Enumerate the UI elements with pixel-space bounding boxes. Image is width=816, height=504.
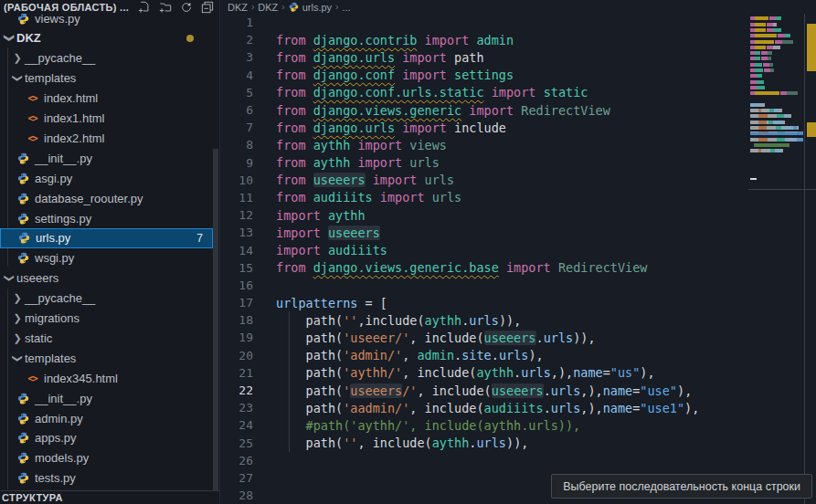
file-item-settings-py[interactable]: settings.py (0, 208, 213, 228)
breadcrumb-item[interactable]: DKZ (258, 2, 278, 13)
code-line[interactable]: 3from django.urls import path (220, 48, 816, 66)
code-line[interactable]: 7from django.urls import include (220, 119, 816, 136)
code-line[interactable]: 14import audiiits (220, 241, 816, 258)
minimap-cursor-mark (750, 178, 757, 180)
new-file-icon[interactable] (138, 1, 151, 14)
folder-item-migrations[interactable]: ❯migrations (0, 309, 213, 329)
line-number: 20 (220, 349, 253, 362)
minimap-line (750, 109, 782, 112)
chevron-down-icon[interactable]: ❯ (4, 31, 16, 46)
explorer-section-header[interactable]: (РАБОЧАЯ ОБЛАСТЬ) ... (0, 0, 219, 14)
code-line[interactable]: 12import aythh (220, 206, 816, 224)
code-line[interactable]: 26 (220, 452, 816, 469)
line-number: 4 (220, 68, 253, 82)
line-number: 2 (220, 33, 253, 47)
new-folder-icon[interactable] (159, 1, 172, 14)
file-item-models-py[interactable]: models.py (0, 448, 213, 468)
code-text: from django.urls import include (276, 121, 506, 135)
code-line[interactable]: 22 path('useeers/', include(useeers.urls… (220, 382, 816, 399)
chevron-down-icon[interactable]: ❯ (4, 271, 16, 286)
breadcrumb-item[interactable]: urls.py (302, 2, 332, 13)
code-line[interactable]: 19 path('useeer/', include(useeers.urls)… (220, 329, 816, 346)
explorer-actions (138, 1, 214, 14)
code-line[interactable]: 4from django.conf import settings (220, 67, 816, 84)
code-line[interactable]: 15from django.views.generic.base import … (220, 259, 816, 277)
breadcrumb-item[interactable]: ... (342, 2, 350, 13)
overview-ruler[interactable] (804, 0, 816, 504)
folder-item--pycache-[interactable]: ❯__pycache__ (0, 48, 213, 68)
outline-section-header[interactable]: СТРУКТУРА (0, 490, 219, 504)
line-number: 1 (220, 16, 253, 29)
breadcrumb-item[interactable]: DKZ (228, 2, 248, 13)
breadcrumb-separator-icon: › (251, 2, 254, 12)
chevron-right-icon[interactable]: ❯ (10, 312, 25, 324)
chevron-right-icon[interactable]: ❯ (10, 52, 25, 64)
code-line[interactable]: 23 path('aadmin/', include(audiiits.urls… (220, 399, 816, 416)
collapse-all-icon[interactable] (201, 1, 214, 14)
code-line[interactable]: 10from useeers import urls (220, 172, 816, 189)
code-text: path('aadmin/', include(audiiits.urls,),… (276, 401, 699, 415)
file-item--init-py[interactable]: __init__.py (0, 148, 213, 168)
minimap-line (750, 143, 790, 147)
code-line[interactable]: 2from django.contrib import admin (220, 31, 816, 48)
tree-item-label: migrations (25, 311, 79, 325)
minimap-line (750, 86, 765, 89)
file-item-database-roouter-py[interactable]: database_roouter.py (0, 188, 213, 208)
file-item-apps-py[interactable]: apps.py (0, 428, 213, 448)
python-file-icon (16, 251, 30, 265)
code-line[interactable]: 5from django.conf.urls.static import sta… (220, 84, 816, 101)
warning-mark (807, 122, 816, 137)
code-text: from django.views.generic import Redirec… (276, 103, 610, 118)
code-line[interactable]: 9from aythh import urls (220, 154, 816, 172)
folder-item-templates[interactable]: ❯templates (0, 68, 213, 89)
file-item-index345-html[interactable]: <>index345.html (0, 368, 213, 388)
folder-item-templates[interactable]: ❯templates (0, 348, 213, 368)
code-line[interactable]: 11from audiiits import urls (220, 189, 816, 206)
line-number: 15 (220, 261, 253, 275)
file-item-index2-html[interactable]: <>index2.html (0, 128, 213, 148)
code-line[interactable]: 24 #path('aythh/', include(aythh.urls)), (220, 416, 816, 434)
python-file-icon (16, 392, 30, 405)
tree-item-label: database_roouter.py (35, 192, 143, 205)
python-file-icon (16, 192, 30, 205)
code-line[interactable]: 6from django.views.generic import Redire… (220, 101, 816, 119)
file-item-index-html[interactable]: <>index.html (0, 89, 213, 109)
minimap[interactable] (750, 11, 803, 184)
line-number: 5 (220, 86, 253, 100)
chevron-right-icon[interactable]: ❯ (10, 332, 25, 344)
code-line[interactable]: 13import useeers (220, 224, 816, 241)
chevron-down-icon[interactable]: ❯ (12, 351, 24, 365)
file-item-tests-py[interactable]: tests.py (0, 468, 213, 488)
file-item-wsgi-py[interactable]: wsgi.py (0, 248, 213, 268)
code-line[interactable]: 16 (220, 277, 816, 294)
code-lines[interactable]: 12from django.contrib import admin3from … (220, 14, 816, 504)
code-line[interactable]: 21 path('aythh/', include(aythh.urls,),n… (220, 364, 816, 382)
file-item-asgi-py[interactable]: asgi.py (0, 168, 213, 188)
file-item-index1-html[interactable]: <>index1.html (0, 109, 213, 129)
chevron-down-icon[interactable]: ❯ (12, 71, 24, 86)
file-item-urls-py[interactable]: urls.py7 (0, 228, 213, 248)
tree-item-label: settings.py (35, 212, 91, 226)
code-line[interactable]: 18 path('',include(aythh.urls)), (220, 311, 816, 329)
line-number: 22 (220, 383, 253, 397)
folder-item-useeers[interactable]: ❯useeers (0, 268, 213, 289)
chevron-right-icon[interactable]: ❯ (10, 292, 25, 304)
code-line[interactable]: 1 (220, 14, 816, 31)
folder-item-dkz[interactable]: ❯DKZ (0, 28, 213, 48)
code-line[interactable]: 20 path('admin/', admin.site.urls), (220, 347, 816, 364)
code-text: from aythh import views (276, 138, 447, 152)
refresh-icon[interactable] (180, 1, 193, 14)
code-line[interactable]: 8from aythh import views (220, 136, 816, 153)
tree-item-label: apps.py (35, 431, 77, 445)
file-item--init-py[interactable]: __init__.py (0, 388, 213, 408)
sidebar-scrollbar[interactable] (213, 149, 218, 496)
folder-item-static[interactable]: ❯static (0, 328, 213, 348)
folder-item--pycache-[interactable]: ❯__pycache__ (0, 289, 213, 309)
file-item-admin-py[interactable]: admin.py (0, 408, 213, 428)
python-file-icon (16, 212, 30, 226)
code-line[interactable]: 17urlpatterns = [ (220, 294, 816, 311)
line-number: 24 (220, 418, 253, 432)
code-line[interactable]: 25 path('', include(aythh.urls)), (220, 435, 816, 452)
line-number: 3 (220, 50, 253, 64)
code-text: urlpatterns = [ (276, 296, 387, 310)
